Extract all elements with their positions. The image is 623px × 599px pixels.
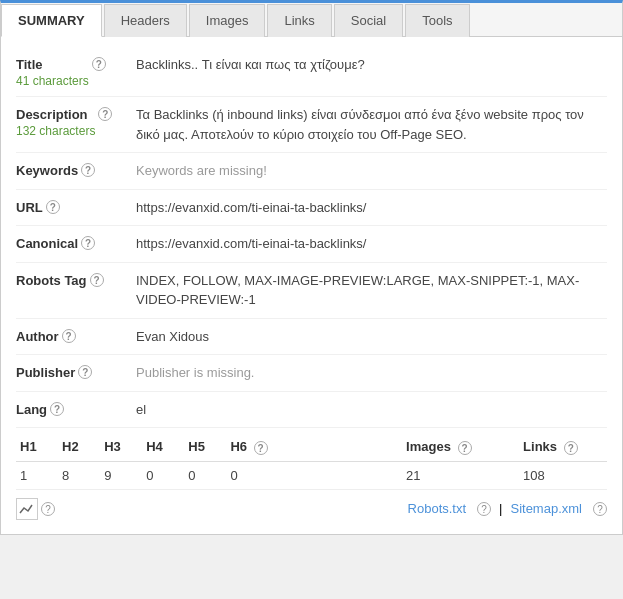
images-help-icon[interactable]: ? — [458, 441, 472, 455]
td-h1: 1 — [16, 461, 58, 489]
td-h3: 9 — [100, 461, 142, 489]
canonical-value: https://evanxid.com/ti-einai-ta-backlink… — [136, 234, 607, 254]
author-value: Evan Xidous — [136, 327, 607, 347]
td-h2: 8 — [58, 461, 100, 489]
canonical-label: Canonical — [16, 236, 78, 251]
title-label: Title — [16, 57, 89, 72]
th-images: Images ? — [402, 433, 505, 461]
robots-tag-help-icon[interactable]: ? — [90, 273, 104, 287]
page-speed-icon[interactable] — [16, 498, 38, 520]
pagespeed-help-icon[interactable]: ? — [41, 502, 55, 516]
main-container: SUMMARY Headers Images Links Social Tool… — [0, 0, 623, 535]
tab-headers[interactable]: Headers — [104, 4, 187, 37]
td-images: 21 — [402, 461, 505, 489]
author-help-icon[interactable]: ? — [62, 329, 76, 343]
keywords-help-icon[interactable]: ? — [81, 163, 95, 177]
th-links: Links ? — [519, 433, 607, 461]
tab-bar: SUMMARY Headers Images Links Social Tool… — [1, 3, 622, 37]
author-row: Author ? Evan Xidous — [16, 319, 607, 356]
footer-right: Robots.txt ? | Sitemap.xml ? — [408, 501, 607, 516]
tab-summary[interactable]: SUMMARY — [1, 4, 102, 37]
canonical-help-icon[interactable]: ? — [81, 236, 95, 250]
publisher-label-col: Publisher ? — [16, 363, 136, 380]
title-char-count: 41 characters — [16, 74, 89, 88]
author-label: Author — [16, 329, 59, 344]
robots-tag-value: INDEX, FOLLOW, MAX-IMAGE-PREVIEW:LARGE, … — [136, 271, 607, 310]
title-value: Backlinks.. Τι είναι και πως τα χτίζουμε… — [136, 55, 607, 75]
sitemap-xml-link[interactable]: Sitemap.xml — [510, 501, 582, 516]
sitemap-help-icon[interactable]: ? — [593, 502, 607, 516]
keywords-label-col: Keywords ? — [16, 161, 136, 178]
publisher-value: Publisher is missing. — [136, 363, 607, 383]
robots-txt-help-icon[interactable]: ? — [477, 502, 491, 516]
publisher-help-icon[interactable]: ? — [78, 365, 92, 379]
keywords-value: Keywords are missing! — [136, 161, 607, 181]
url-label-col: URL ? — [16, 198, 136, 215]
footer-separator: | — [499, 501, 502, 516]
description-char-count: 132 characters — [16, 124, 95, 138]
title-row: Title 41 characters ? Backlinks.. Τι είν… — [16, 47, 607, 97]
th-h5: H5 — [184, 433, 226, 461]
tab-social[interactable]: Social — [334, 4, 403, 37]
robots-tag-label-col: Robots Tag ? — [16, 271, 136, 288]
footer-left: ? — [16, 498, 55, 520]
robots-tag-label: Robots Tag — [16, 273, 87, 288]
url-row: URL ? https://evanxid.com/ti-einai-ta-ba… — [16, 190, 607, 227]
td-h6: 0 — [226, 461, 289, 489]
lang-label-col: Lang ? — [16, 400, 136, 417]
author-label-col: Author ? — [16, 327, 136, 344]
td-h4: 0 — [142, 461, 184, 489]
publisher-label: Publisher — [16, 365, 75, 380]
url-value: https://evanxid.com/ti-einai-ta-backlink… — [136, 198, 607, 218]
lang-help-icon[interactable]: ? — [50, 402, 64, 416]
description-row: Description 132 characters ? Τα Backlink… — [16, 97, 607, 153]
tab-tools[interactable]: Tools — [405, 4, 469, 37]
td-h5: 0 — [184, 461, 226, 489]
description-label: Description — [16, 107, 95, 122]
title-label-col: Title 41 characters ? — [16, 55, 136, 88]
description-label-col: Description 132 characters ? — [16, 105, 136, 138]
keywords-label: Keywords — [16, 163, 78, 178]
tab-images[interactable]: Images — [189, 4, 266, 37]
robots-txt-link[interactable]: Robots.txt — [408, 501, 467, 516]
summary-content: Title 41 characters ? Backlinks.. Τι είν… — [1, 37, 622, 534]
lang-value: el — [136, 400, 607, 420]
table-row: 1 8 9 0 0 0 21 108 — [16, 461, 607, 489]
th-h2: H2 — [58, 433, 100, 461]
th-h4: H4 — [142, 433, 184, 461]
url-label: URL — [16, 200, 43, 215]
publisher-row: Publisher ? Publisher is missing. — [16, 355, 607, 392]
td-links: 108 — [519, 461, 607, 489]
lang-row: Lang ? el — [16, 392, 607, 429]
title-help-icon[interactable]: ? — [92, 57, 106, 71]
canonical-label-col: Canonical ? — [16, 234, 136, 251]
keywords-row: Keywords ? Keywords are missing! — [16, 153, 607, 190]
links-help-icon[interactable]: ? — [564, 441, 578, 455]
url-help-icon[interactable]: ? — [46, 200, 60, 214]
th-h6: H6 ? — [226, 433, 289, 461]
headings-table: H1 H2 H3 H4 H5 H6 ? Images ? — [16, 433, 607, 490]
description-help-icon[interactable]: ? — [98, 107, 112, 121]
tab-links[interactable]: Links — [267, 4, 331, 37]
canonical-row: Canonical ? https://evanxid.com/ti-einai… — [16, 226, 607, 263]
description-value: Τα Backlinks (ή inbound links) είναι σύν… — [136, 105, 607, 144]
th-h1: H1 — [16, 433, 58, 461]
lang-label: Lang — [16, 402, 47, 417]
th-h3: H3 — [100, 433, 142, 461]
footer-row: ? Robots.txt ? | Sitemap.xml ? — [16, 490, 607, 524]
robots-tag-row: Robots Tag ? INDEX, FOLLOW, MAX-IMAGE-PR… — [16, 263, 607, 319]
h6-help-icon[interactable]: ? — [254, 441, 268, 455]
